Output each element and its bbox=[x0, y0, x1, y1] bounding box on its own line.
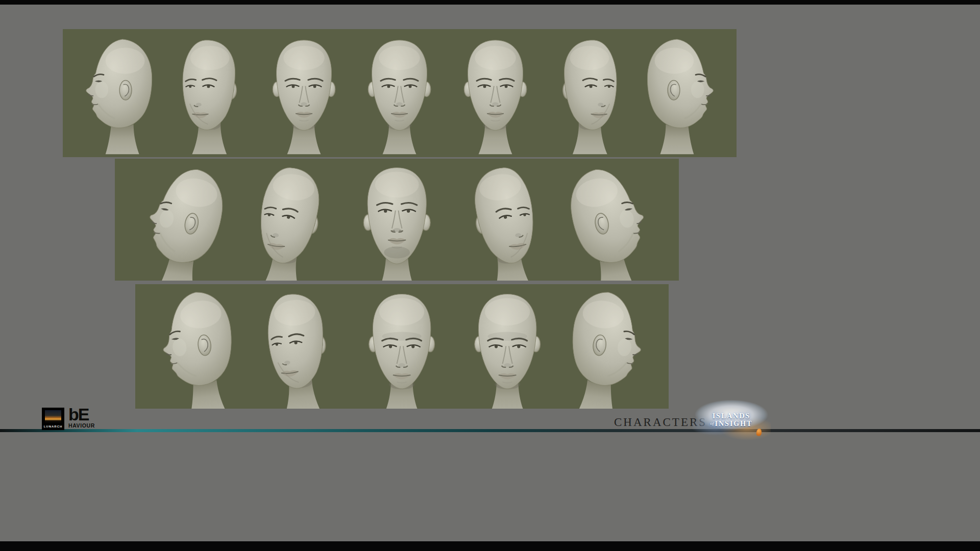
head-sculpt-profile-right-up bbox=[568, 161, 668, 281]
lunarch-logo: LUNARCH bbox=[42, 408, 64, 430]
profile-left-render bbox=[65, 34, 159, 155]
insight-word: ofINSIGHT bbox=[710, 420, 753, 428]
profile-right-down-render bbox=[557, 284, 668, 409]
head-row-band-3 bbox=[135, 284, 669, 409]
islands-word: ISLANDS bbox=[713, 412, 751, 420]
bottom-letterbox-bar bbox=[0, 541, 980, 551]
profile-left-up-render bbox=[116, 159, 237, 281]
front-render bbox=[449, 34, 542, 155]
three-quarter-left-render bbox=[161, 34, 255, 155]
lunarch-label: LUNARCH bbox=[44, 425, 63, 429]
profile-right-up-render bbox=[556, 159, 677, 281]
head-sculpt-front bbox=[353, 34, 446, 155]
three-quarter-right-render bbox=[545, 34, 638, 155]
head-sculpt-front-up bbox=[347, 161, 447, 281]
behaviour-logo: bE HAVIOUR bbox=[68, 407, 95, 429]
head-sculpt-three-quarter-right-up bbox=[458, 161, 557, 281]
islands-of-insight-wordmark: ISLANDS ofINSIGHT bbox=[692, 398, 771, 441]
behaviour-be-glyph: bE bbox=[68, 407, 95, 422]
head-row-band-2 bbox=[115, 159, 679, 281]
head-row-band-1 bbox=[63, 29, 737, 157]
front-down-render bbox=[353, 287, 451, 409]
head-sculpt-three-quarter-left bbox=[161, 34, 255, 155]
head-sculpt-three-quarter-right bbox=[545, 34, 638, 155]
front-up-render bbox=[347, 161, 447, 281]
head-sculpt-three-quarter-left-up bbox=[236, 161, 336, 281]
profile-left-down-render bbox=[135, 284, 246, 409]
three-quarter-left-down-render bbox=[241, 284, 350, 409]
front-down-render bbox=[458, 287, 556, 409]
front-render bbox=[257, 34, 351, 155]
behaviour-word: HAVIOUR bbox=[68, 422, 95, 429]
three-quarter-right-up-render bbox=[449, 159, 564, 281]
lunarch-sunrise-art bbox=[45, 410, 61, 423]
head-sculpt-profile-left-down bbox=[142, 287, 240, 409]
head-sculpt-profile-left-up bbox=[126, 161, 225, 281]
head-sculpt-front bbox=[449, 34, 542, 155]
divider-gradient-line bbox=[0, 429, 980, 432]
front-render bbox=[353, 34, 446, 155]
head-sculpt-profile-left bbox=[65, 34, 159, 155]
head-sculpt-front-down bbox=[353, 287, 451, 409]
three-quarter-left-up-render bbox=[230, 159, 345, 281]
profile-right-render bbox=[641, 34, 734, 155]
head-sculpt-front-down bbox=[458, 287, 556, 409]
of-word: of bbox=[710, 421, 714, 426]
character-concept-sheet: LUNARCH bE HAVIOUR CHARACTERS ISLANDS of… bbox=[0, 0, 980, 551]
head-sculpt-profile-right-down bbox=[564, 287, 662, 409]
head-sculpt-front bbox=[257, 34, 351, 155]
islands-of-insight-logo: ISLANDS ofINSIGHT bbox=[692, 398, 771, 441]
top-letterbox-bar bbox=[0, 0, 980, 5]
head-sculpt-profile-right bbox=[641, 34, 734, 155]
head-sculpt-three-quarter-left-down bbox=[248, 287, 346, 409]
